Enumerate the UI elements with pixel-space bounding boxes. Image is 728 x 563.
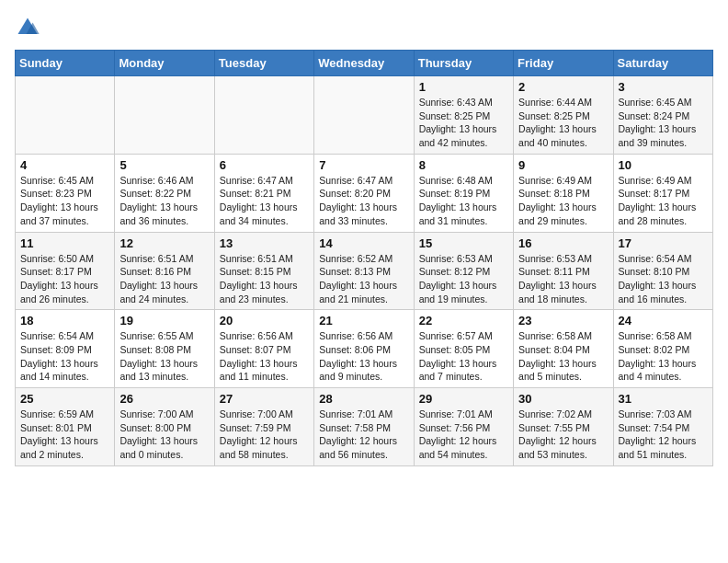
calendar-cell: 6Sunrise: 6:47 AM Sunset: 8:21 PM Daylig… — [214, 154, 313, 232]
calendar-cell: 30Sunrise: 7:02 AM Sunset: 7:55 PM Dayli… — [514, 388, 613, 466]
day-number: 7 — [319, 158, 408, 172]
calendar-cell: 17Sunrise: 6:54 AM Sunset: 8:10 PM Dayli… — [613, 232, 712, 310]
calendar-cell: 4Sunrise: 6:45 AM Sunset: 8:23 PM Daylig… — [16, 154, 115, 232]
day-info: Sunrise: 7:00 AM Sunset: 7:59 PM Dayligh… — [220, 408, 309, 462]
calendar-cell: 14Sunrise: 6:52 AM Sunset: 8:13 PM Dayli… — [314, 232, 414, 310]
day-number: 21 — [319, 314, 408, 327]
day-number: 28 — [319, 392, 408, 406]
day-number: 9 — [518, 158, 608, 172]
calendar-cell: 5Sunrise: 6:46 AM Sunset: 8:22 PM Daylig… — [115, 154, 214, 232]
calendar-cell: 21Sunrise: 6:56 AM Sunset: 8:06 PM Dayli… — [314, 310, 414, 388]
calendar-cell: 7Sunrise: 6:47 AM Sunset: 8:20 PM Daylig… — [314, 154, 414, 232]
calendar-body: 1Sunrise: 6:43 AM Sunset: 8:25 PM Daylig… — [16, 76, 713, 466]
day-info: Sunrise: 7:01 AM Sunset: 7:56 PM Dayligh… — [419, 408, 508, 462]
day-number: 30 — [518, 392, 608, 406]
day-info: Sunrise: 6:44 AM Sunset: 8:25 PM Dayligh… — [518, 96, 608, 150]
weekday-row: SundayMondayTuesdayWednesdayThursdayFrid… — [16, 51, 713, 76]
calendar-cell: 28Sunrise: 7:01 AM Sunset: 7:58 PM Dayli… — [314, 388, 414, 466]
day-number: 18 — [20, 314, 109, 327]
day-info: Sunrise: 7:01 AM Sunset: 7:58 PM Dayligh… — [319, 408, 408, 462]
day-number: 1 — [419, 80, 508, 94]
calendar-cell: 9Sunrise: 6:49 AM Sunset: 8:18 PM Daylig… — [514, 154, 613, 232]
day-number: 23 — [518, 314, 608, 327]
calendar-cell: 10Sunrise: 6:49 AM Sunset: 8:17 PM Dayli… — [613, 154, 712, 232]
day-number: 4 — [20, 158, 109, 172]
day-info: Sunrise: 6:53 AM Sunset: 8:12 PM Dayligh… — [419, 252, 508, 306]
week-row-2: 4Sunrise: 6:45 AM Sunset: 8:23 PM Daylig… — [16, 154, 713, 232]
day-info: Sunrise: 6:51 AM Sunset: 8:16 PM Dayligh… — [119, 252, 209, 306]
day-info: Sunrise: 6:49 AM Sunset: 8:17 PM Dayligh… — [619, 174, 708, 228]
day-info: Sunrise: 6:52 AM Sunset: 8:13 PM Dayligh… — [319, 252, 408, 306]
logo-icon — [15, 15, 40, 40]
day-info: Sunrise: 6:54 AM Sunset: 8:09 PM Dayligh… — [20, 329, 109, 384]
day-number: 2 — [518, 80, 608, 94]
calendar-cell: 13Sunrise: 6:51 AM Sunset: 8:15 PM Dayli… — [214, 232, 313, 310]
day-number: 11 — [20, 236, 109, 250]
day-info: Sunrise: 6:47 AM Sunset: 8:20 PM Dayligh… — [319, 174, 408, 228]
weekday-header-thursday: Thursday — [414, 51, 513, 76]
day-number: 15 — [419, 236, 508, 250]
calendar-cell: 3Sunrise: 6:45 AM Sunset: 8:24 PM Daylig… — [613, 76, 712, 155]
day-info: Sunrise: 6:58 AM Sunset: 8:04 PM Dayligh… — [518, 329, 608, 384]
day-number: 12 — [119, 236, 209, 250]
day-info: Sunrise: 6:49 AM Sunset: 8:18 PM Dayligh… — [518, 174, 608, 228]
calendar-cell: 2Sunrise: 6:44 AM Sunset: 8:25 PM Daylig… — [514, 76, 613, 155]
day-info: Sunrise: 6:45 AM Sunset: 8:23 PM Dayligh… — [20, 174, 109, 228]
day-number: 25 — [20, 392, 109, 406]
calendar-cell: 29Sunrise: 7:01 AM Sunset: 7:56 PM Dayli… — [414, 388, 513, 466]
weekday-header-sunday: Sunday — [16, 51, 115, 76]
calendar-cell: 23Sunrise: 6:58 AM Sunset: 8:04 PM Dayli… — [514, 310, 613, 388]
week-row-5: 25Sunrise: 6:59 AM Sunset: 8:01 PM Dayli… — [16, 388, 713, 466]
calendar-cell: 26Sunrise: 7:00 AM Sunset: 8:00 PM Dayli… — [115, 388, 214, 466]
day-info: Sunrise: 6:43 AM Sunset: 8:25 PM Dayligh… — [419, 96, 508, 150]
calendar-cell: 8Sunrise: 6:48 AM Sunset: 8:19 PM Daylig… — [414, 154, 513, 232]
logo — [15, 15, 44, 40]
calendar-cell: 20Sunrise: 6:56 AM Sunset: 8:07 PM Dayli… — [214, 310, 313, 388]
day-number: 13 — [220, 236, 309, 250]
weekday-header-friday: Friday — [514, 51, 613, 76]
calendar-cell: 25Sunrise: 6:59 AM Sunset: 8:01 PM Dayli… — [16, 388, 115, 466]
day-info: Sunrise: 6:50 AM Sunset: 8:17 PM Dayligh… — [20, 252, 109, 306]
calendar-cell: 19Sunrise: 6:55 AM Sunset: 8:08 PM Dayli… — [115, 310, 214, 388]
calendar-cell — [314, 76, 414, 155]
day-info: Sunrise: 6:59 AM Sunset: 8:01 PM Dayligh… — [20, 408, 109, 462]
day-number: 31 — [619, 392, 708, 406]
day-number: 3 — [619, 80, 708, 94]
header — [15, 15, 713, 40]
week-row-4: 18Sunrise: 6:54 AM Sunset: 8:09 PM Dayli… — [16, 310, 713, 388]
day-info: Sunrise: 6:53 AM Sunset: 8:11 PM Dayligh… — [518, 252, 608, 306]
day-number: 29 — [419, 392, 508, 406]
day-number: 24 — [619, 314, 708, 327]
day-info: Sunrise: 6:54 AM Sunset: 8:10 PM Dayligh… — [619, 252, 708, 306]
calendar-cell: 11Sunrise: 6:50 AM Sunset: 8:17 PM Dayli… — [16, 232, 115, 310]
weekday-header-monday: Monday — [115, 51, 214, 76]
calendar-cell: 12Sunrise: 6:51 AM Sunset: 8:16 PM Dayli… — [115, 232, 214, 310]
calendar-cell: 31Sunrise: 7:03 AM Sunset: 7:54 PM Dayli… — [613, 388, 712, 466]
calendar-cell: 24Sunrise: 6:58 AM Sunset: 8:02 PM Dayli… — [613, 310, 712, 388]
day-number: 22 — [419, 314, 508, 327]
day-number: 19 — [119, 314, 209, 327]
weekday-header-saturday: Saturday — [613, 51, 712, 76]
day-info: Sunrise: 6:57 AM Sunset: 8:05 PM Dayligh… — [419, 329, 508, 384]
day-info: Sunrise: 6:56 AM Sunset: 8:06 PM Dayligh… — [319, 329, 408, 384]
calendar: SundayMondayTuesdayWednesdayThursdayFrid… — [15, 50, 713, 466]
calendar-cell — [214, 76, 313, 155]
day-info: Sunrise: 6:51 AM Sunset: 8:15 PM Dayligh… — [220, 252, 309, 306]
day-info: Sunrise: 6:46 AM Sunset: 8:22 PM Dayligh… — [119, 174, 209, 228]
week-row-1: 1Sunrise: 6:43 AM Sunset: 8:25 PM Daylig… — [16, 76, 713, 155]
weekday-header-wednesday: Wednesday — [314, 51, 414, 76]
day-number: 14 — [319, 236, 408, 250]
calendar-header: SundayMondayTuesdayWednesdayThursdayFrid… — [16, 51, 713, 76]
day-number: 6 — [220, 158, 309, 172]
weekday-header-tuesday: Tuesday — [214, 51, 313, 76]
day-number: 16 — [518, 236, 608, 250]
day-info: Sunrise: 6:47 AM Sunset: 8:21 PM Dayligh… — [220, 174, 309, 228]
calendar-cell: 16Sunrise: 6:53 AM Sunset: 8:11 PM Dayli… — [514, 232, 613, 310]
day-info: Sunrise: 6:56 AM Sunset: 8:07 PM Dayligh… — [220, 329, 309, 384]
day-number: 27 — [220, 392, 309, 406]
calendar-cell: 15Sunrise: 6:53 AM Sunset: 8:12 PM Dayli… — [414, 232, 513, 310]
week-row-3: 11Sunrise: 6:50 AM Sunset: 8:17 PM Dayli… — [16, 232, 713, 310]
calendar-cell: 1Sunrise: 6:43 AM Sunset: 8:25 PM Daylig… — [414, 76, 513, 155]
day-info: Sunrise: 7:02 AM Sunset: 7:55 PM Dayligh… — [518, 408, 608, 462]
day-number: 26 — [119, 392, 209, 406]
